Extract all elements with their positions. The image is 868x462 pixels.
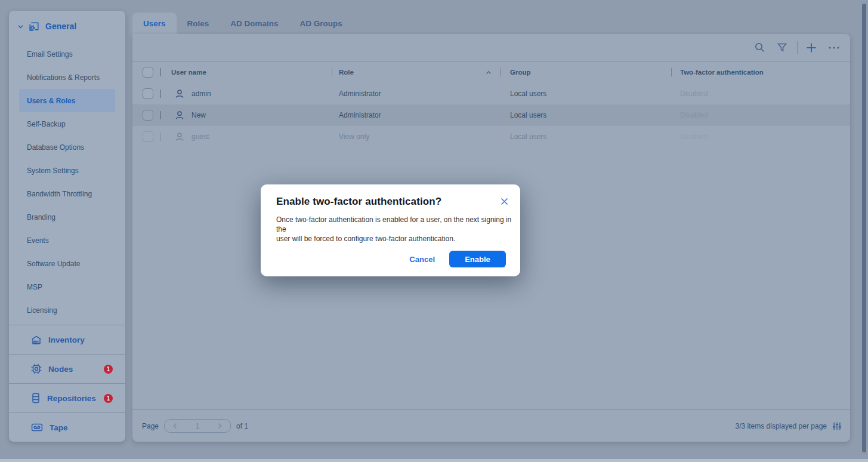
page-bottom-strip	[0, 459, 868, 462]
add-icon[interactable]	[802, 39, 820, 57]
column-header-group[interactable]: Group	[500, 69, 671, 76]
sidebar-item-licensing[interactable]: Licensing	[19, 298, 115, 322]
sidebar-section-nodes[interactable]: Nodes 1	[9, 354, 125, 383]
page-number-input[interactable]: 1	[185, 422, 209, 430]
sidebar-item-label: Users & Roles	[27, 97, 75, 105]
table-toolbar	[132, 34, 850, 61]
cell-group: Local users	[510, 111, 546, 119]
sidebar-item-label: Email Settings	[27, 50, 73, 58]
page-of-label: of 1	[236, 422, 248, 430]
sort-asc-icon[interactable]	[486, 70, 492, 75]
tab-ad-domains[interactable]: AD Domains	[220, 13, 289, 34]
more-icon[interactable]	[825, 39, 843, 57]
sidebar-item-label: Database Options	[27, 143, 84, 152]
repositories-alert-badge: 1	[104, 394, 113, 403]
inventory-icon	[31, 335, 42, 345]
previous-page-button[interactable]	[165, 423, 185, 429]
sidebar-section-tape[interactable]: Tape	[9, 412, 125, 442]
tab-label: AD Groups	[300, 19, 342, 28]
sidebar-section-label: Tape	[50, 423, 68, 432]
column-header-user-name[interactable]: User name	[171, 69, 332, 76]
sidebar-item-label: System Settings	[27, 167, 79, 175]
select-all-checkbox[interactable]	[143, 67, 153, 78]
sidebar-item-self-backup[interactable]: Self-Backup	[19, 112, 115, 135]
sidebar-item-label: Events	[27, 236, 49, 245]
sidebar-section-repositories[interactable]: Repositories 1	[9, 383, 125, 412]
sidebar-item-system-settings[interactable]: System Settings	[19, 159, 115, 182]
sidebar-item-label: Software Update	[27, 260, 80, 268]
pager: 1	[164, 419, 231, 433]
column-label: Role	[339, 69, 354, 76]
row-handle	[160, 133, 161, 141]
next-page-button[interactable]	[210, 423, 230, 429]
cell-role: Administrator	[339, 90, 381, 98]
tab-label: Users	[143, 19, 166, 28]
cell-group: Local users	[510, 90, 546, 98]
cell-group: Local users	[510, 133, 546, 141]
sidebar-item-events[interactable]: Events	[19, 229, 115, 252]
sidebar-general-items: Email Settings Notifications & Reports U…	[9, 38, 125, 322]
sidebar-item-msp[interactable]: MSP	[19, 275, 115, 298]
cell-two-factor-status: Disabled	[680, 133, 708, 141]
column-label: User name	[171, 69, 206, 76]
cell-role: View only	[339, 133, 369, 141]
table-row-new[interactable]: New Administrator Local users Disabled	[132, 104, 850, 126]
sidebar-item-database-options[interactable]: Database Options	[19, 135, 115, 159]
sidebar-item-notifications-reports[interactable]: Notifications & Reports	[19, 66, 115, 89]
items-per-page-icon[interactable]	[832, 421, 842, 431]
cell-two-factor-status: Disabled	[680, 111, 708, 119]
user-icon	[175, 110, 184, 121]
sidebar-section-label: Nodes	[48, 365, 73, 374]
row-handle	[160, 90, 161, 98]
items-summary: 3/3 items displayed per page	[736, 422, 827, 430]
user-icon	[175, 132, 184, 142]
sidebar-item-label: Branding	[27, 213, 55, 221]
sidebar: General Email Settings Notifications & R…	[9, 11, 125, 442]
row-handle	[160, 111, 161, 119]
user-icon	[175, 89, 184, 99]
row-checkbox[interactable]	[143, 88, 153, 99]
dialog-title: Enable two-factor authentication?	[276, 196, 506, 208]
table-header: User name Role Group Two-factor authenti…	[132, 61, 850, 83]
table-footer: Page 1 of 1 3/3 items displayed per page	[132, 409, 850, 442]
sidebar-section-label: Repositories	[47, 394, 96, 403]
nodes-alert-badge: 1	[104, 365, 113, 374]
tab-ad-groups[interactable]: AD Groups	[289, 13, 353, 34]
tab-label: Roles	[187, 19, 209, 28]
close-icon[interactable]	[498, 195, 510, 207]
tape-icon	[31, 423, 43, 432]
sidebar-sections: Inventory Nodes 1 Repositories 1	[9, 325, 125, 442]
sidebar-item-branding[interactable]: Branding	[19, 205, 115, 229]
search-icon[interactable]	[750, 39, 768, 57]
toolbar-divider	[797, 41, 798, 54]
sidebar-item-label: Licensing	[27, 306, 57, 315]
sidebar-section-inventory[interactable]: Inventory	[9, 325, 125, 354]
sidebar-item-bandwidth-throttling[interactable]: Bandwidth Throttling	[19, 182, 115, 205]
sidebar-section-label: Inventory	[48, 335, 85, 344]
table-row-admin[interactable]: admin Administrator Local users Disabled	[132, 83, 850, 104]
chevron-down-icon	[17, 23, 24, 30]
sidebar-item-email-settings[interactable]: Email Settings	[19, 42, 115, 66]
filter-icon[interactable]	[773, 39, 791, 57]
enable-two-factor-dialog: Enable two-factor authentication? Once t…	[261, 184, 520, 276]
cell-two-factor-status: Disabled	[680, 90, 708, 98]
dialog-message: Once two-factor authentication is enable…	[276, 215, 512, 244]
tab-roles[interactable]: Roles	[177, 13, 220, 34]
sidebar-item-users-roles[interactable]: Users & Roles	[19, 89, 115, 112]
sidebar-group-general[interactable]: General	[9, 11, 125, 38]
row-checkbox[interactable]	[143, 131, 153, 142]
header-handle	[160, 68, 161, 76]
table-row-guest[interactable]: guest View only Local users Disabled	[132, 126, 850, 147]
vertical-scrollbar[interactable]	[862, 4, 866, 452]
row-checkbox[interactable]	[143, 110, 153, 121]
tab-users[interactable]: Users	[132, 13, 177, 34]
enable-button[interactable]: Enable	[449, 251, 506, 267]
nodes-icon	[31, 364, 42, 374]
column-header-role[interactable]: Role	[332, 69, 500, 76]
cancel-button[interactable]: Cancel	[408, 251, 436, 267]
cell-user-name: New	[191, 111, 206, 119]
sidebar-item-software-update[interactable]: Software Update	[19, 252, 115, 275]
column-header-two-factor[interactable]: Two-factor authentication	[671, 69, 850, 76]
sidebar-group-label: General	[45, 21, 76, 31]
general-settings-icon	[29, 21, 39, 32]
